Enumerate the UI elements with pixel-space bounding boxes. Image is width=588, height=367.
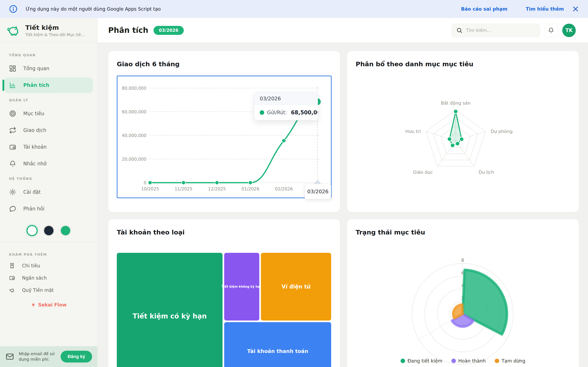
report-abuse-link[interactable]: Báo cáo sai phạm	[461, 6, 507, 12]
app-subtitle: Tiết kiệm & Theo dõi Mục tiê...	[25, 33, 85, 37]
card-accounts: Tài khoản theo loại Tiết kiệm có kỳ hạnT…	[108, 219, 340, 367]
y-tick-label: 0	[144, 180, 146, 185]
y-tick-label: 40,000,000	[122, 133, 146, 138]
bar-chart-icon	[9, 82, 16, 89]
sidebar-item-label: Tổng quan	[23, 66, 49, 71]
sidebar-item-cài-đặt[interactable]: Cài đặt	[4, 184, 93, 200]
tooltip-series-label: Gửi/Rút:	[267, 110, 287, 115]
gear-icon	[9, 188, 16, 196]
sidebar-item-tổng-quan[interactable]: Tổng quan	[4, 61, 93, 76]
sidebar-item-phản-hồi[interactable]: Phản hồi	[4, 201, 93, 217]
treemap-block-4[interactable]: Tài khoản thanh toán	[224, 322, 331, 367]
search-input[interactable]	[466, 28, 535, 33]
data-point[interactable]	[182, 181, 185, 185]
info-icon	[9, 5, 17, 13]
radar-point[interactable]	[447, 137, 452, 141]
data-point[interactable]	[282, 139, 286, 143]
y-tick-label: 60,000,000	[122, 109, 146, 114]
line-chart[interactable]: 020,000,00040,000,00060,000,00080,000,00…	[117, 76, 332, 198]
treemap-block-2[interactable]: Tiết kiệm không kỳ hạn	[224, 253, 259, 320]
radar-point[interactable]	[450, 143, 455, 148]
explore-section-label: KHÁM PHÁ THÊM	[9, 253, 93, 257]
close-icon[interactable]	[572, 6, 579, 12]
legend-item-1[interactable]: Đang tiết kiệm	[401, 358, 442, 364]
period-badge: 03/2026	[154, 26, 183, 35]
radar-chart[interactable]: Bất động sảnDự phòngDu lịchGiáo dụcHưu t…	[347, 63, 579, 206]
y-tick-label: 20,000,000	[122, 157, 146, 162]
y-tick-label: 80,000,000	[122, 86, 146, 91]
card-transactions-title: Giao dịch 6 tháng	[108, 51, 340, 68]
radar-point[interactable]	[454, 109, 458, 114]
legend-item-3[interactable]: Tạm dừng	[495, 358, 525, 364]
search-box[interactable]	[452, 24, 540, 37]
sidebar-item-mục-tiêu[interactable]: Mục tiêu	[4, 106, 93, 121]
wallet-icon	[9, 275, 15, 281]
sidebar-nav: TỔNG QUANTổng quanPhân tíchQUẢN LÝMục ti…	[0, 42, 97, 218]
treemap-chart: Tiết kiệm có kỳ hạnTiết kiệm không kỳ hạ…	[117, 253, 331, 367]
wallet-icon	[9, 143, 16, 151]
sidebar-item-label: Cài đặt	[23, 189, 41, 195]
explore-item-chi-tiêu[interactable]: Chi tiêu	[4, 260, 93, 271]
sidebar-item-tài-khoản[interactable]: Tài khoản	[4, 139, 93, 155]
legend-label: Tạm dừng	[502, 358, 525, 364]
sekai-flow-label: Sekai Flow	[38, 302, 67, 308]
piggy-icon	[9, 287, 15, 293]
page-header: Phân tích 03/2026 TK	[98, 18, 588, 43]
data-point[interactable]	[148, 181, 152, 185]
sekai-flow-link[interactable]: Sekai Flow	[0, 302, 97, 308]
sidebar: Tiết kiệm Tiết kiệm & Theo dõi Mục tiê..…	[0, 18, 98, 367]
card-transactions: Giao dịch 6 tháng 020,000,00040,000,0006…	[108, 51, 340, 212]
piggy-bank-logo-icon	[7, 24, 20, 37]
x-tick-label: 01/2026	[242, 187, 259, 192]
sidebar-item-phân-tích[interactable]: Phân tích	[4, 77, 93, 93]
legend-label: Đang tiết kiệm	[407, 358, 442, 364]
polar-chart[interactable]: 2468	[347, 235, 579, 367]
repeat-icon	[9, 127, 16, 134]
avatar[interactable]: TK	[562, 24, 576, 37]
legend-dot-icon	[451, 359, 456, 363]
notifications-button[interactable]	[544, 24, 558, 37]
series-dot-icon	[260, 110, 264, 115]
explore-item-label: Quỹ Tiền mặt	[22, 287, 54, 293]
bell-icon	[548, 27, 554, 34]
theme-dot-dark[interactable]	[43, 225, 54, 236]
card-accounts-title: Tài khoản theo loại	[108, 219, 340, 236]
polar-tick-label: 8	[461, 258, 464, 263]
explore-item-ngân-sách[interactable]: Ngân sách	[4, 272, 93, 284]
nav-section-label: HỆ THỐNG	[9, 177, 93, 181]
card-status: Trạng thái mục tiêu 2468 Đang tiết kiệmH…	[347, 219, 579, 367]
legend-label: Hoàn thành	[458, 358, 486, 364]
email-note: Nhập email để sử dụng miễn phí.	[19, 351, 56, 362]
card-allocation: Phân bổ theo danh mục mục tiêu Bất động …	[347, 51, 579, 212]
legend-item-2[interactable]: Hoàn thành	[451, 358, 486, 364]
dashboard-content: Giao dịch 6 tháng 020,000,00040,000,0006…	[98, 43, 588, 367]
data-point[interactable]	[215, 181, 219, 185]
theme-dot-green[interactable]	[60, 225, 71, 236]
treemap-block-3[interactable]: Ví điện tử	[261, 253, 331, 320]
card-status-title: Trạng thái mục tiêu	[347, 219, 579, 236]
sidebar-item-giao-dịch[interactable]: Giao dịch	[4, 123, 93, 138]
data-point[interactable]	[249, 181, 252, 185]
signup-button[interactable]: Đăng ký	[61, 351, 92, 363]
treemap-block-label: Ví điện tử	[282, 284, 311, 290]
banner-text: Ứng dụng này do một người dùng Google Ap…	[26, 6, 161, 12]
radar-point[interactable]	[459, 137, 464, 141]
treemap-block-1[interactable]: Tiết kiệm có kỳ hạn	[117, 253, 223, 367]
x-tick-label: 12/2025	[208, 187, 226, 192]
sidebar-item-label: Tài khoản	[23, 144, 47, 150]
sidebar-item-nhắc-nhở[interactable]: Nhắc nhở	[4, 156, 93, 171]
bolt-icon	[31, 302, 36, 307]
treemap-block-label: Tài khoản thanh toán	[247, 348, 308, 354]
target-icon	[9, 110, 16, 117]
treemap-block-label: Tiết kiệm có kỳ hạn	[133, 312, 207, 320]
x-tick-label: 11/2025	[174, 187, 192, 192]
radar-point[interactable]	[455, 142, 459, 146]
tooltip-value: 68,500,000	[291, 109, 318, 116]
theme-switcher	[0, 225, 97, 236]
explore-item-quỹ-tiền-mặt[interactable]: Quỹ Tiền mặt	[4, 285, 93, 296]
app-title: Tiết kiệm	[25, 24, 85, 31]
legend-dot-icon	[495, 359, 499, 363]
theme-dot-light[interactable]	[26, 225, 38, 236]
learn-more-link[interactable]: Tìm hiểu thêm	[526, 6, 564, 12]
explore-section: KHÁM PHÁ THÊM Chi tiêuNgân sáchQuỹ Tiền …	[0, 244, 97, 297]
